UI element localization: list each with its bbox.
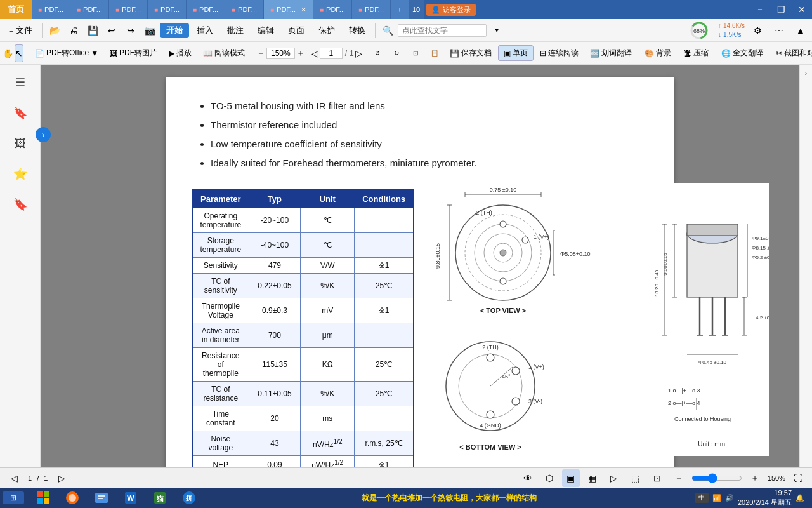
minimize-button[interactable]: － [749, 0, 771, 19]
table-row: Time constant 20 ms [192, 406, 414, 431]
save-icon[interactable]: 💾 [84, 22, 102, 39]
view-icon-1[interactable]: 👁 [519, 469, 537, 487]
paste-icon[interactable]: 📋 [426, 44, 443, 62]
tab-9[interactable]: ■PDF... [352, 0, 391, 19]
view-icon-7[interactable]: ⊡ [648, 469, 666, 487]
translate-sentence-btn[interactable]: 🔤 划词翻译 [585, 46, 637, 60]
menu-page[interactable]: 页面 [282, 22, 311, 39]
rotate-left-icon[interactable]: ↺ [369, 44, 386, 62]
home-tab[interactable]: 首页 [0, 0, 32, 19]
panel-thumbnail[interactable]: ☰ [6, 70, 34, 95]
pdf-to-image-btn[interactable]: 🖼 PDF转图片 [105, 46, 162, 60]
taskbar-app-5[interactable]: 猫 [146, 490, 174, 506]
new-tab-button[interactable]: ＋ [391, 0, 409, 19]
close-button[interactable]: ✕ [792, 0, 812, 19]
rotate-right-icon[interactable]: ↻ [388, 44, 405, 62]
taskbar-app-2[interactable] [58, 490, 86, 506]
cell-typ: 700 [249, 323, 301, 348]
start-button[interactable]: ⊞ [3, 491, 24, 504]
next-page-icon[interactable]: ▷ [355, 44, 362, 62]
menu-edit[interactable]: 编辑 [251, 22, 280, 39]
search-down-icon[interactable]: ▼ [488, 22, 506, 39]
select-tool-icon[interactable]: ↖ [15, 44, 23, 62]
view-icon-4[interactable]: ▦ [584, 469, 601, 487]
menu-protect[interactable]: 保护 [312, 22, 341, 39]
start-menu-active[interactable]: 开始 [160, 23, 189, 38]
undo-icon[interactable]: ↩ [103, 22, 121, 39]
play-btn[interactable]: ▶ 播放 [164, 46, 197, 60]
taskbar-app-6[interactable]: 拼 [175, 490, 203, 506]
zoom-minus-status[interactable]: － [670, 469, 688, 487]
menu-insert[interactable]: 插入 [190, 22, 219, 39]
page-input[interactable] [320, 48, 343, 59]
volume-icon[interactable]: 🔊 [725, 494, 734, 502]
panel-annotation[interactable]: 🔖 [6, 192, 34, 217]
right-panel-expand[interactable]: › [800, 65, 813, 82]
document-area[interactable]: TO-5 metal housing with IR filter and le… [41, 65, 799, 467]
network-tray-icon[interactable]: 📶 [712, 494, 721, 502]
taskbar-app-3[interactable] [88, 490, 115, 506]
notification-bell-icon[interactable]: 🔔 [796, 494, 804, 502]
compress-label: 压缩 [693, 48, 709, 58]
copy-icon[interactable]: ⊡ [407, 44, 424, 62]
crop-compare-btn[interactable]: ✂ 截图和对比 [771, 46, 812, 60]
taskbar-app-4[interactable]: W [117, 490, 145, 506]
visit-login-button[interactable]: 👤 访客登录 [426, 4, 476, 16]
tab-4[interactable]: ■PDF... [148, 0, 187, 19]
prev-page-icon[interactable]: ◁ [311, 44, 318, 62]
fullscreen-icon[interactable]: ⛶ [789, 469, 807, 487]
save-text-btn[interactable]: 💾 保存文档 [445, 46, 497, 60]
collapse-icon[interactable]: ▲ [792, 22, 809, 39]
panel-star[interactable]: ⭐ [6, 161, 34, 187]
status-prev-icon[interactable]: ◁ [5, 469, 23, 487]
expand-panel-button[interactable]: › [36, 127, 51, 142]
background-btn[interactable]: 🎨 背景 [639, 46, 676, 60]
hand-tool-icon[interactable]: ✋ [3, 44, 13, 62]
clock: 19:57 2020/2/14 星期五 [738, 488, 792, 508]
restore-button[interactable]: ❐ [771, 0, 792, 19]
open-file-icon[interactable]: 📂 [46, 22, 63, 39]
zoom-plus-status[interactable]: ＋ [746, 469, 764, 487]
continuous-btn[interactable]: ⊟ 连续阅读 [535, 46, 584, 60]
search-icon[interactable]: 🔍 [379, 22, 396, 39]
ime-indicator[interactable]: 中 [695, 493, 709, 503]
pdf-to-office-btn[interactable]: 📄 PDF转Office ▼ [30, 46, 103, 60]
single-page-btn[interactable]: ▣ 单页 [498, 45, 534, 61]
zoom-input[interactable]: 150% [266, 48, 295, 59]
compress-btn[interactable]: 🗜 压缩 [679, 46, 714, 60]
sep2 [375, 23, 376, 38]
taskbar-app-1[interactable] [29, 490, 57, 506]
svg-text:68%: 68% [693, 28, 705, 34]
tab-2[interactable]: ■PDF... [70, 0, 109, 19]
read-mode-btn[interactable]: 📖 阅读模式 [198, 46, 250, 60]
menu-comment[interactable]: 批注 [221, 22, 250, 39]
view-icon-2[interactable]: ⬡ [540, 469, 558, 487]
close-tab-icon[interactable]: ✕ [301, 6, 306, 14]
tab-3[interactable]: ■PDF... [109, 0, 148, 19]
settings-icon[interactable]: ⚙ [749, 22, 766, 39]
translate-full-btn[interactable]: 🌐 全文翻译 [716, 46, 768, 60]
print-icon[interactable]: 🖨 [65, 22, 82, 39]
panel-bookmark[interactable]: 🔖 [6, 100, 34, 126]
status-next-icon[interactable]: ▷ [53, 469, 70, 487]
cell-typ: 0.11±0.05 [249, 382, 301, 406]
tab-1[interactable]: ■PDF... [32, 0, 70, 19]
tab-7-active[interactable]: ■PDF...✕ [264, 0, 313, 19]
svg-text:1 o—|+—o 3: 1 o—|+—o 3 [668, 387, 700, 394]
tab-6[interactable]: ■PDF... [225, 0, 264, 19]
menu-hamburger[interactable]: ≡ 文件 [3, 22, 39, 39]
zoom-out-icon[interactable]: － [256, 44, 265, 62]
more-options-icon[interactable]: ⋯ [770, 22, 788, 39]
view-icon-6[interactable]: ⬚ [627, 469, 645, 487]
snapshot-icon[interactable]: 📷 [141, 22, 159, 39]
menu-convert[interactable]: 转换 [343, 22, 372, 39]
panel-image[interactable]: 🖼 [6, 131, 34, 156]
zoom-slider[interactable] [691, 473, 742, 483]
redo-icon[interactable]: ↪ [122, 22, 140, 39]
view-icon-3[interactable]: ▣ [562, 469, 580, 487]
tab-8[interactable]: ■PDF... [313, 0, 352, 19]
tab-5[interactable]: ■PDF... [187, 0, 225, 19]
search-input[interactable] [398, 24, 487, 37]
zoom-in-icon[interactable]: ＋ [296, 44, 305, 62]
view-icon-5[interactable]: ▷ [605, 469, 623, 487]
